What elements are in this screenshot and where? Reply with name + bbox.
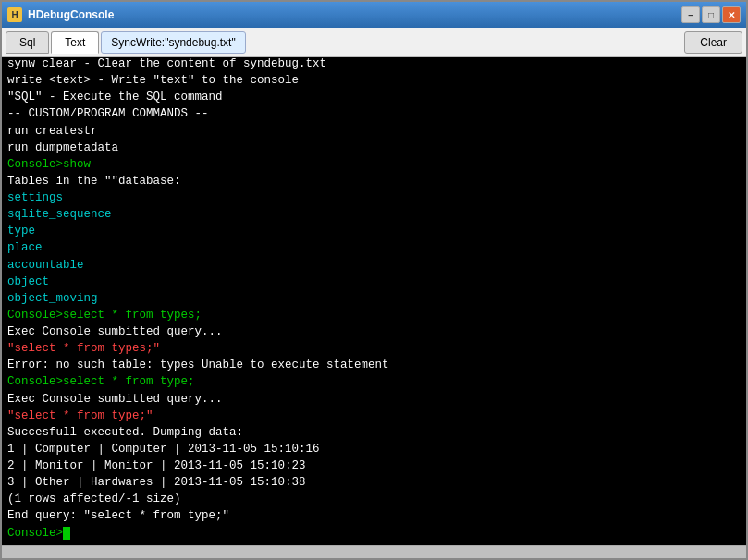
help-line: write <text> - Write "text" to the conso… <box>7 72 741 89</box>
console-line: 2 | Monitor | Monitor | 2013-11-05 15:10… <box>7 457 741 474</box>
app-icon: H <box>7 7 22 22</box>
toolbar: Sql Text SyncWrite:"syndebug.txt" Clear <box>2 28 746 57</box>
text-tab-button[interactable]: Text <box>51 31 99 54</box>
window-title: HDebugConsole <box>28 8 681 21</box>
help-line: run dumpmetadata <box>7 140 741 156</box>
console-line: Console>select * from types; <box>7 307 741 323</box>
console-line: Console> <box>7 525 741 542</box>
console-line: Exec Console sumbitted query... <box>7 391 741 408</box>
console-line: object_moving <box>7 290 741 307</box>
console-line: Tables in the ""database: <box>7 173 741 189</box>
help-line: synw clear - Clear the content of syndeb… <box>7 57 741 72</box>
console-line: Console>show <box>7 156 741 173</box>
console-line: object <box>7 274 741 290</box>
console-output[interactable]: synw clear - Clear the content of syndeb… <box>2 57 746 545</box>
status-bar <box>2 545 746 558</box>
window-controls: – □ ✕ <box>681 6 741 23</box>
console-line: accountable <box>7 257 741 274</box>
sql-tab-button[interactable]: Sql <box>6 31 49 54</box>
maximize-button[interactable]: □ <box>702 6 720 23</box>
console-line: End query: "select * from type;" <box>7 507 741 524</box>
console-line: (1 rows affected/-1 size) <box>7 491 741 507</box>
console-cursor <box>63 527 70 540</box>
syncwrite-label: SyncWrite:"syndebug.txt" <box>101 31 245 54</box>
help-line: "SQL" - Execute the SQL command <box>7 89 741 105</box>
title-bar: H HDebugConsole – □ ✕ <box>2 2 746 28</box>
console-line: Succesfull executed. Dumping data: <box>7 424 741 441</box>
console-line: Error: no such table: types Unable to ex… <box>7 357 741 373</box>
console-line: "select * from type;" <box>7 408 741 424</box>
console-line: Console>select * from type; <box>7 373 741 390</box>
minimize-button[interactable]: – <box>681 6 700 23</box>
console-line: Exec Console sumbitted query... <box>7 323 741 340</box>
console-line: sqlite_sequence <box>7 206 741 223</box>
main-window: H HDebugConsole – □ ✕ Sql Text SyncWrite… <box>0 0 748 560</box>
clear-button[interactable]: Clear <box>684 31 742 54</box>
help-line: -- CUSTOM/PROGRAM COMMANDS -- <box>7 105 741 122</box>
console-line: 1 | Computer | Computer | 2013-11-05 15:… <box>7 441 741 457</box>
console-line: settings <box>7 189 741 206</box>
console-line: type <box>7 223 741 239</box>
close-button[interactable]: ✕ <box>722 6 741 23</box>
console-line: 3 | Other | Hardwares | 2013-11-05 15:10… <box>7 474 741 491</box>
help-line: run createstr <box>7 123 741 140</box>
console-line: "select * from types;" <box>7 340 741 357</box>
console-line: place <box>7 239 741 256</box>
